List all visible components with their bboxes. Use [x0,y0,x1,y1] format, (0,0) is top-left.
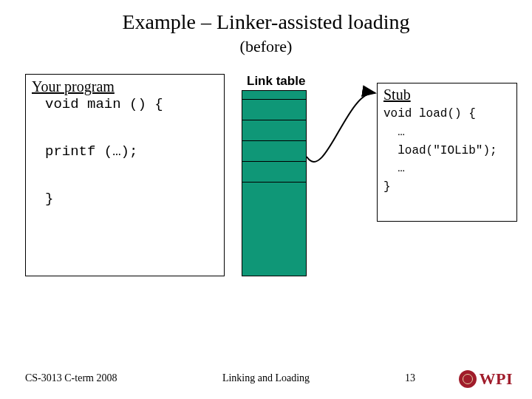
program-line-printf: printf (…); [32,143,218,161]
program-line-main: void main () { [32,96,218,114]
wpi-seal-icon [459,370,477,388]
footer-page-number: 13 [405,372,415,384]
wpi-logo: WPI [459,368,514,390]
stub-box: Stub void load() { … load("IOLib"); … } [377,83,517,222]
your-program-heading: Your program [32,78,218,96]
link-table-row [242,120,306,141]
stub-line: void load() { [383,105,512,123]
slide-subtitle: (before) [0,37,532,56]
link-table-row [242,141,306,162]
stub-line: } [383,178,512,197]
your-program-box: Your program void main () { printf (…); … [25,74,225,276]
footer-title: Linking and Loading [0,372,532,384]
program-line-closebrace: } [32,191,218,208]
stub-line: load("IOLib"); [383,142,512,160]
link-table-label: Link table [247,74,305,89]
stub-line: … [383,160,512,178]
stub-line: … [383,123,512,142]
link-table [242,90,307,276]
wpi-wordmark: WPI [480,369,514,389]
link-table-row [242,100,306,120]
slide: Example – Linker-assisted loading (befor… [0,0,532,399]
stub-heading: Stub [383,86,512,103]
link-table-row [242,91,306,100]
link-table-row [242,162,306,183]
slide-title: Example – Linker-assisted loading [0,10,532,34]
